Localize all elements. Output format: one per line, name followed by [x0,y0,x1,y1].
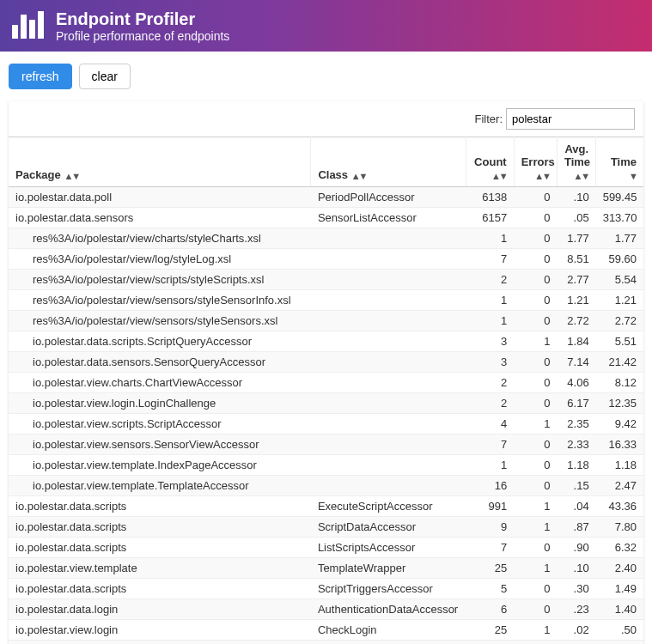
cell-count: 991 [466,496,514,517]
cell-avg-time: 2.33 [557,434,595,455]
cell-class [311,270,466,290]
cell-package: io.polestar.view.charts.ChartViewAccesso… [9,373,311,393]
cell-time: 16.33 [596,434,643,455]
cell-class [311,290,466,311]
table-row[interactable]: io.polestar.view.template.IndexPageAcces… [9,455,643,476]
table-row[interactable]: io.polestar.data.scriptsListScriptsAcces… [9,538,643,558]
sort-icon: ▲▼ [64,171,79,181]
refresh-button[interactable]: refresh [9,64,72,89]
table-row[interactable]: res%3A/io/polestar/view/scripts/styleScr… [9,270,643,290]
cell-errors: 0 [514,249,557,270]
cell-avg-time: 6.17 [557,393,595,414]
table-row[interactable]: io.polestar.data.scriptsScriptTriggersAc… [9,579,643,599]
app-header: Endpoint Profiler Profile performance of… [0,0,652,52]
cell-errors: 0 [514,641,557,645]
cell-errors: 0 [514,538,557,558]
table-row[interactable]: io.polestar.view.login.LoginChallenge206… [9,393,643,414]
table-row[interactable]: io.polestar.data.sensorsSensorListAccess… [9,208,643,228]
table-row[interactable]: res%3A/io/polestar/view/sensors/styleSen… [9,311,643,331]
cell-class [311,476,466,496]
cell-errors: 0 [514,373,557,393]
table-row[interactable]: io.polestar.view.template.TemplateAccess… [9,476,643,496]
cell-errors: 1 [514,620,557,641]
clear-button[interactable]: clear [79,64,131,89]
cell-count: 5 [466,579,514,599]
cell-count: 7 [466,538,514,558]
cell-errors: 0 [514,434,557,455]
cell-package: io.polestar.view.login.LoginChallenge [9,393,311,414]
table-row[interactable]: io.polestar.data.pollPollingStateAccesso… [9,641,643,645]
cell-errors: 0 [514,599,557,620]
cell-package: res%3A/io/polestar/view/sensors/styleSen… [9,290,311,311]
table-row[interactable]: io.polestar.view.sensors.SensorViewAcces… [9,434,643,455]
cell-class: ListScriptsAccessor [311,538,466,558]
table-row[interactable]: io.polestar.view.charts.ChartViewAccesso… [9,373,643,393]
table-row[interactable]: io.polestar.data.loginAuthenticationData… [9,599,643,620]
cell-package: io.polestar.data.sensors [9,208,311,228]
filter-input[interactable] [506,108,635,130]
sort-icon: ▲▼ [573,171,588,181]
cell-count: 2 [466,270,514,290]
cell-package: io.polestar.data.scripts.ScriptQueryAcce… [9,331,311,352]
table-row[interactable]: res%3A/io/polestar/view/charts/styleChar… [9,228,643,249]
cell-time: 6.32 [596,538,643,558]
cell-time: 1.40 [596,599,643,620]
cell-count: 2 [466,393,514,414]
cell-errors: 1 [514,331,557,352]
column-header-avg-time[interactable]: Avg. Time ▲▼ [557,137,595,187]
cell-package: io.polestar.data.scripts [9,538,311,558]
cell-class [311,455,466,476]
sort-icon: ▲▼ [351,171,367,181]
table-row[interactable]: io.polestar.view.loginCheckLogin251.02.5… [9,620,643,641]
table-row[interactable]: io.polestar.data.sensors.SensorQueryAcce… [9,352,643,373]
page-title: Endpoint Profiler [56,9,229,29]
cell-count: 7 [466,434,514,455]
cell-errors: 0 [514,393,557,414]
cell-avg-time: 1.77 [557,228,595,249]
cell-errors: 0 [514,455,557,476]
cell-errors: 0 [514,228,557,249]
table-row[interactable]: io.polestar.view.scripts.ScriptAccessor4… [9,414,643,434]
cell-class: AuthenticationDataAccessor [311,599,466,620]
cell-class: PeriodPollAccessor [311,187,466,208]
column-header-class[interactable]: Class ▲▼ [311,137,466,187]
cell-package: res%3A/io/polestar/view/scripts/styleScr… [9,270,311,290]
cell-class: SensorListAccessor [311,208,466,228]
table-row[interactable]: io.polestar.data.scripts.ScriptQueryAcce… [9,331,643,352]
table-row[interactable]: res%3A/io/polestar/view/sensors/styleSen… [9,290,643,311]
cell-package: io.polestar.view.template.TemplateAccess… [9,476,311,496]
cell-count: 6 [466,641,514,645]
cell-count: 1 [466,290,514,311]
table-row[interactable]: res%3A/io/polestar/view/log/styleLog.xsl… [9,249,643,270]
cell-time: .33 [596,641,643,645]
cell-avg-time: .30 [557,579,595,599]
column-header-time[interactable]: Time ▼ [596,137,643,187]
cell-time: 2.72 [596,311,643,331]
cell-class [311,228,466,249]
cell-time: .50 [596,620,643,641]
cell-errors: 1 [514,517,557,538]
table-row[interactable]: io.polestar.data.scriptsExecuteScriptAcc… [9,496,643,517]
filter-label: Filter: [475,112,503,125]
bar-chart-icon [12,11,44,40]
cell-time: 12.35 [596,393,643,414]
column-header-package[interactable]: Package ▲▼ [9,137,311,187]
cell-count: 1 [466,228,514,249]
column-header-errors[interactable]: Errors ▲▼ [514,137,557,187]
cell-avg-time: 8.51 [557,249,595,270]
cell-time: 8.12 [596,373,643,393]
table-row[interactable]: io.polestar.view.templateTemplateWrapper… [9,558,643,579]
cell-avg-time: .87 [557,517,595,538]
cell-time: 21.42 [596,352,643,373]
table-row[interactable]: io.polestar.data.scriptsScriptDataAccess… [9,517,643,538]
cell-errors: 1 [514,558,557,579]
cell-time: 599.45 [596,187,643,208]
cell-avg-time: 7.14 [557,352,595,373]
column-header-count[interactable]: Count ▲▼ [466,137,514,187]
cell-time: 7.80 [596,517,643,538]
cell-avg-time: 1.21 [557,290,595,311]
table-row[interactable]: io.polestar.data.pollPeriodPollAccessor6… [9,187,643,208]
cell-errors: 0 [514,208,557,228]
cell-package: io.polestar.data.poll [9,641,311,645]
cell-package: io.polestar.view.template.IndexPageAcces… [9,455,311,476]
